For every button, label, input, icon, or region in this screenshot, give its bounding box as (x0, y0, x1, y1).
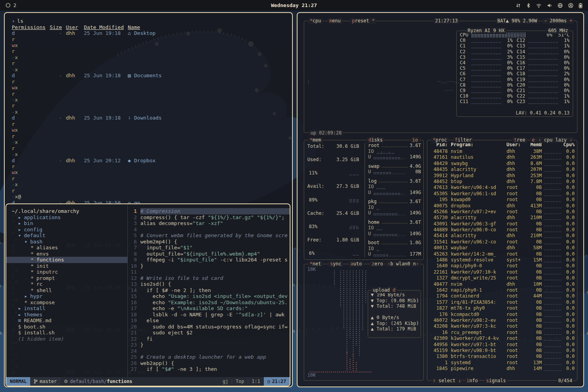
process-row[interactable]: 48477nvimdhh10M⣀⣀⣀⣀⣀⣀0.0 (430, 281, 575, 287)
tab-preset[interactable]: preset * (350, 18, 376, 24)
tree-item-bin[interactable]: ▸bin (6, 220, 127, 227)
process-row[interactable]: 1486systemd-resolvesyst+15M⣀⣀⣀⣀⣀⣀0.0 (430, 257, 575, 263)
process-row[interactable]: 1640napi/phy0-0root0B⣀⣀⣀⣀⣀⣀0.0 (430, 263, 575, 269)
process-row[interactable]: 195kswapd0root0B⣀⣀⣀⣀⣀⣀0.0 (430, 197, 575, 203)
process-row[interactable]: 1systemdroot13M⣀⣀⣀⣀⣀⣀0.0 (430, 360, 575, 366)
tab-auto[interactable]: auto (349, 261, 363, 267)
process-row[interactable]: 45305kworker/u96:1-sdroot0B⣀⣀⣀⣀⣀⣀0.0 (430, 191, 575, 197)
process-row[interactable]: 1642napi/phy0-1root0B⣀⣀⣀⣀⣀⣀0.0 (430, 287, 575, 293)
tree-item-inputrc[interactable]: *inputrc (6, 269, 127, 275)
process-row[interactable]: 45730alacrittydhh210M⣀⣀⣀⣀⣀⣀0.0 (430, 215, 575, 221)
tab-cpu[interactable]: *cpu (308, 18, 323, 24)
tab-proc[interactable]: *proc (431, 137, 448, 143)
process-row[interactable]: 43208kworker/u97:3-kcroot0B⣀⣀⣀⣀⣀⣀0.0 (430, 323, 575, 329)
process-row[interactable]: 44889kworker/u96:0-coroot0B⣀⣀⣀⣀⣀⣀0.0 (430, 227, 575, 233)
tab-io[interactable]: io (411, 137, 419, 143)
tree-item-boot-sh[interactable]: $boot.sh (6, 324, 127, 330)
file-name[interactable]: ⇩Downloads (128, 115, 281, 157)
net-stats-title[interactable]: upload d (371, 287, 397, 293)
process-row[interactable]: 16rcu_preemptroot0B⣀⣀⣀⣀⣀⣀0.0 (430, 330, 575, 336)
tree-item-config[interactable]: ▸config (6, 227, 127, 233)
file-name[interactable]: ⌂Desktop (128, 30, 281, 73)
process-row[interactable]: 46072kworker/u98:2-evroot0B⣀⣀⣀⣀⣀⣀0.0 (430, 318, 575, 323)
process-row[interactable]: 45414alacrittydhh210M⣀⣀⣀⣀⣀⣀0.0 (430, 233, 575, 239)
process-row[interactable]: 40013waybardhh58M⣀⣀⣀⣀⣀⣀0.0 (430, 245, 575, 251)
tree-item-aliases[interactable]: *aliases (6, 245, 127, 251)
tree-item-applications[interactable]: ▸applications (6, 214, 127, 221)
tree-item-themes[interactable]: ▸themes (6, 312, 127, 318)
process-row[interactable]: 48429swaybgdhh8.6M⣀⣀⣀⣀⣀⣀0.0 (430, 161, 575, 167)
tree-item--1-hidden-item-[interactable]: (1 hidden item) (6, 336, 127, 342)
option-tree[interactable]: tree (512, 137, 527, 143)
tree-item-envs[interactable]: *envs (6, 251, 127, 257)
footer-info[interactable]: info (465, 378, 479, 384)
tree-item-prompt[interactable]: *prompt (6, 275, 127, 281)
account-icon[interactable] (568, 3, 573, 8)
clock: Wednesday 21:27 (0, 2, 588, 8)
process-row[interactable]: 1794containerdroot44M⣀⣀⣀⣀⣀⣀0.0 (430, 293, 575, 299)
process-row[interactable]: 1827mt76-tx phy0root0B⣀⣀⣀⣀⣀⣀0.0 (430, 305, 575, 311)
line-number: 19 (128, 318, 140, 324)
process-row[interactable]: 47613kworker/u96:4-sdroot0B⣀⣀⣀⣀⣀⣀0.0 (430, 185, 575, 191)
network-icon[interactable] (557, 3, 563, 8)
process-row[interactable]: 44956kworker/u97:1-btroot0B⣀⣀⣀⣀⣀⣀0.0 (430, 342, 575, 348)
editor-panel[interactable]: 1# Compression2compress() { tar -czf "${… (128, 204, 290, 377)
process-row[interactable]: 48452btopdhh7.8M⣀⣀⣀⣀⣀⣀0.0 (430, 179, 575, 185)
tree-item-hypr[interactable]: ▸hypr (6, 293, 127, 299)
process-row[interactable]: 31541kworker/u96:2-coroot0B⣀⣀⣀⣀⣀⣀0.0 (430, 239, 575, 245)
footer-signals[interactable]: signals (485, 378, 508, 384)
process-row[interactable]: 39912Hyprlanddhh253M⣀⣀⣀⣀⣀⣀0.0 (430, 173, 575, 179)
tree-item-xcompose[interactable]: *xcompose (6, 299, 127, 306)
tree-item-rc[interactable]: *rc (6, 281, 127, 287)
process-row[interactable]: 48435alacrittydhh207M⣀⣀⣀⣀⣀⣀0.0 (430, 167, 575, 172)
sort-selector[interactable]: ‹ cpu lazy › (537, 137, 574, 143)
tab-menu[interactable]: menu (328, 18, 342, 24)
tab-filter[interactable]: filter (453, 137, 473, 143)
tree-item-shell[interactable]: *shell (6, 287, 127, 294)
tree-item-install[interactable]: ▸install (6, 305, 127, 312)
battery-icon[interactable] (579, 3, 583, 8)
tree-item-default[interactable]: ▾default (6, 232, 127, 239)
process-row[interactable]: 45263kworker/14:2-mm_root0B⣀⣀⣀⣀⣀⣀0.0 (430, 251, 575, 257)
update-interval[interactable]: − 2000ms + (543, 18, 574, 24)
process-row[interactable]: 22161kworker/u97:10-kroot0B⣀⣀⣀⣀⣀⣀0.0 (430, 269, 575, 275)
process-row[interactable]: 43091kworker/u96:3-gfroot0B⣀⣀⣀⣀⣀⣀0.0 (430, 221, 575, 227)
bluetooth-icon[interactable] (526, 3, 531, 8)
tree-item-functions[interactable]: *functions (6, 257, 127, 263)
process-row[interactable]: 1577irq/81-PIXA3854:root0B⣀⣀⣀⣀⣀⣀0.0 (430, 299, 575, 305)
tree-item-install-sh[interactable]: $install.sh (6, 330, 127, 336)
cpu-core: C0⣀⣀⣀⣀⣀⣀⣀⣀⣀⣀⣀⣀⣀⣀1% (460, 38, 513, 43)
neovim-window[interactable]: ~/.local/share/omarchy▸applications▸bin▸… (5, 203, 290, 387)
tab-sync[interactable]: sync (328, 261, 343, 267)
tab-mem[interactable]: *mem (308, 137, 323, 143)
process-row[interactable]: 1327dmcrypt_write/25root0B⣀⣀⣀⣀⣀⣀0.0 (430, 275, 575, 281)
tree-item--local-share-omarchy[interactable]: ~/.local/share/omarchy (6, 208, 127, 214)
file-name[interactable]: ◆Dropbox (128, 158, 281, 200)
process-row[interactable]: 42309k1worker/u97:4-kvroot0B⣀⣀⣀⣀⣀⣀0.0 (430, 336, 575, 341)
process-row[interactable]: 1380btrfs-transactioroot0B⣀⣀⣀⣀⣀⣀0.0 (430, 354, 575, 359)
tree-item-init[interactable]: *init (6, 263, 127, 269)
net-interface[interactable]: ‹b wlan0 n› (386, 261, 421, 267)
tab-zero[interactable]: zero (370, 261, 385, 267)
btop-window[interactable]: ⠒⠤⠤⠒⠒⠢⠤ ⢀⣀⣀⡀ ⡇ Ryzen AI 9 HX 605 MHz CPU… (297, 12, 584, 387)
tree-item-readme-md[interactable]: ≡README.md (6, 318, 127, 324)
tab-disks[interactable]: disks (367, 137, 384, 143)
file-name[interactable]: ▤Documents (128, 73, 281, 115)
file-tree-panel[interactable]: ~/.local/share/omarchy▸applications▸bin▸… (6, 204, 128, 377)
process-row[interactable]: 48478nvimdhh38M⣀⣀⣀⣀⣀⣀0.0 (430, 149, 575, 154)
process-row[interactable]: 1845pipewiredhh14M⣀⣀⣀⣀⣀⣀0.0 (430, 366, 575, 372)
process-row[interactable]: 45159kworker/u98:0-btroot0B⣀⣀⣀⣀⣀⣀0.0 (430, 348, 575, 354)
sync-icon[interactable] (515, 3, 521, 8)
process-table[interactable]: 48478nvimdhh38M⣀⣀⣀⣀⣀⣀0.047161nautilusdhh… (430, 149, 575, 379)
volume-icon[interactable] (547, 3, 552, 8)
footer-select[interactable]: ↑ select ↓ (431, 378, 463, 384)
process-row[interactable]: 40075dropboxdhh413M⣀⣀⣀⣀⣀⣀0.0 (430, 203, 575, 209)
process-row[interactable]: 47161nautilusdhh263M⣀⣀⣀⣀⣀⣀0.0 (430, 154, 575, 160)
process-row[interactable]: 45266kworker/u97:2+evroot0B⣀⣀⣀⣀⣀⣀0.0 (430, 209, 575, 215)
option-e[interactable]: e (530, 137, 536, 143)
tab-net[interactable]: *net (308, 261, 323, 267)
workspace-indicator[interactable]: 2 (5, 2, 16, 8)
wifi-icon[interactable] (536, 3, 542, 8)
process-row[interactable]: 176kcompactd0root0B⣀⣀⣀⣀⣀⣀0.0 (430, 312, 575, 318)
tree-item-bash[interactable]: ▾bash (6, 239, 127, 245)
